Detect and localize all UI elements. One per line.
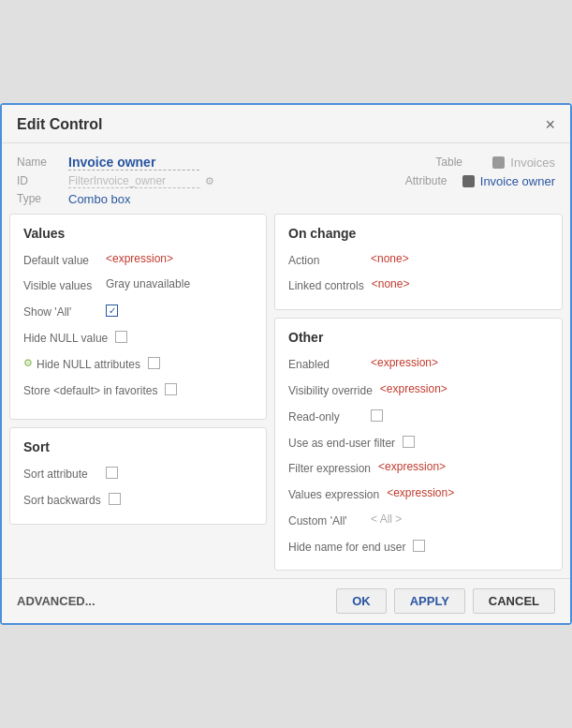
left-panel: Values Default value <expression> Visibl… <box>9 214 267 572</box>
enabled-label: Enabled <box>288 356 363 373</box>
gear-icon: ⚙ <box>23 357 33 369</box>
dialog-header: Edit Control × <box>2 105 570 143</box>
hide-null-attributes-label: Hide NULL attributes <box>37 356 140 373</box>
store-default-row: Store <default> in favorites <box>23 382 253 399</box>
values-card: Values Default value <expression> Visibl… <box>9 214 267 421</box>
right-panel: On change Action <none> Linked controls … <box>274 214 563 572</box>
end-user-filter-row: Use as end-user filter <box>288 435 549 452</box>
end-user-filter-checkbox[interactable] <box>403 436 415 448</box>
store-default-label: Store <default> in favorites <box>23 382 157 399</box>
type-label: Type <box>17 192 68 205</box>
action-row: Action <none> <box>288 252 549 269</box>
sort-backwards-checkbox[interactable] <box>109 493 121 505</box>
end-user-filter-label: Use as end-user filter <box>288 435 395 452</box>
read-only-label: Read-only <box>288 409 363 425</box>
link-icon: ⚙ <box>205 175 214 187</box>
id-label: ID <box>17 174 68 187</box>
enabled-row: Enabled <expression> <box>288 356 549 373</box>
cancel-button[interactable]: CANCEL <box>473 588 555 614</box>
top-section: Name Invoice owner Table Invoices ID Fil… <box>2 143 570 214</box>
values-expression-label: Values expression <box>288 486 379 503</box>
store-default-checkbox[interactable] <box>165 383 177 395</box>
sort-title: Sort <box>23 439 253 454</box>
type-value: Combo box <box>68 192 130 206</box>
custom-all-row: Custom 'All' < All > <box>288 513 549 529</box>
sort-attribute-label: Sort attribute <box>23 466 98 483</box>
table-value: Invoices <box>510 156 555 170</box>
panels-row: Values Default value <expression> Visibl… <box>2 214 570 579</box>
values-expression-val: <expression> <box>387 486 454 499</box>
dialog-footer: ADVANCED... OK APPLY CANCEL <box>2 578 570 623</box>
show-all-label: Show 'All' <box>23 304 98 320</box>
attribute-icon <box>462 175 475 187</box>
action-val: <none> <box>371 252 409 265</box>
values-expression-row: Values expression <expression> <box>288 486 549 503</box>
other-title: Other <box>288 330 549 345</box>
visible-values-row: Visible values Gray unavailable <box>23 277 253 294</box>
dialog-title: Edit Control <box>17 116 103 133</box>
advanced-button[interactable]: ADVANCED... <box>17 594 95 608</box>
read-only-checkbox[interactable] <box>371 409 383 422</box>
default-value-val: <expression> <box>106 252 173 265</box>
show-all-checkbox[interactable] <box>106 305 118 317</box>
attribute-row: Attribute Invoice owner <box>405 174 555 188</box>
sort-attribute-row: Sort attribute <box>23 466 253 483</box>
visible-values-label: Visible values <box>23 277 98 294</box>
sort-card: Sort Sort attribute Sort backwards <box>9 427 267 525</box>
sort-attribute-checkbox[interactable] <box>106 467 118 479</box>
id-row: ID FilterInvoice_owner ⚙ <box>17 174 387 188</box>
attribute-label: Attribute <box>405 174 457 187</box>
on-change-title: On change <box>288 226 549 241</box>
linked-controls-label: Linked controls <box>288 277 364 294</box>
footer-actions: OK APPLY CANCEL <box>336 588 555 614</box>
hide-null-value-label: Hide NULL value <box>23 330 108 347</box>
hide-null-attributes-row: ⚙ Hide NULL attributes <box>23 356 253 373</box>
attribute-value: Invoice owner <box>480 174 555 188</box>
enabled-val: <expression> <box>371 356 438 369</box>
hide-null-value-row: Hide NULL value <box>23 330 253 347</box>
hide-null-value-checkbox[interactable] <box>115 331 127 343</box>
sort-backwards-label: Sort backwards <box>23 492 101 509</box>
name-label: Name <box>17 156 68 169</box>
visibility-override-row: Visibility override <expression> <box>288 382 549 399</box>
other-card: Other Enabled <expression> Visibility ov… <box>274 318 563 571</box>
name-row: Name Invoice owner <box>17 155 417 171</box>
sort-backwards-row: Sort backwards <box>23 492 253 509</box>
ok-button[interactable]: OK <box>336 588 387 614</box>
hide-null-attributes-checkbox[interactable] <box>148 357 160 369</box>
apply-button[interactable]: APPLY <box>394 588 465 614</box>
action-label: Action <box>288 252 363 269</box>
hide-name-checkbox[interactable] <box>413 540 425 552</box>
visible-values-val: Gray unavailable <box>106 277 190 290</box>
table-icon <box>492 156 505 169</box>
close-button[interactable]: × <box>545 116 555 133</box>
read-only-row: Read-only <box>288 409 549 425</box>
table-label: Table <box>435 156 487 169</box>
filter-expression-row: Filter expression <expression> <box>288 460 549 477</box>
linked-controls-row: Linked controls <none> <box>288 277 549 294</box>
table-row: Table Invoices <box>435 156 555 170</box>
visibility-override-val: <expression> <box>380 382 447 395</box>
filter-expression-label: Filter expression <box>288 460 371 477</box>
values-title: Values <box>23 226 253 241</box>
hide-name-row: Hide name for end user <box>288 539 549 556</box>
custom-all-val: < All > <box>371 513 402 526</box>
hide-name-label: Hide name for end user <box>288 539 405 556</box>
on-change-card: On change Action <none> Linked controls … <box>274 214 563 311</box>
type-row: Type Combo box <box>17 192 555 206</box>
default-value-row: Default value <expression> <box>23 252 253 269</box>
filter-expression-val: <expression> <box>378 460 446 473</box>
id-value: FilterInvoice_owner <box>68 174 199 188</box>
default-value-label: Default value <box>23 252 98 269</box>
name-value: Invoice owner <box>68 155 199 171</box>
show-all-row: Show 'All' <box>23 304 253 320</box>
edit-control-dialog: Edit Control × Name Invoice owner Table … <box>0 103 572 626</box>
visibility-override-label: Visibility override <box>288 382 373 399</box>
custom-all-label: Custom 'All' <box>288 513 363 529</box>
linked-controls-val: <none> <box>372 277 410 290</box>
